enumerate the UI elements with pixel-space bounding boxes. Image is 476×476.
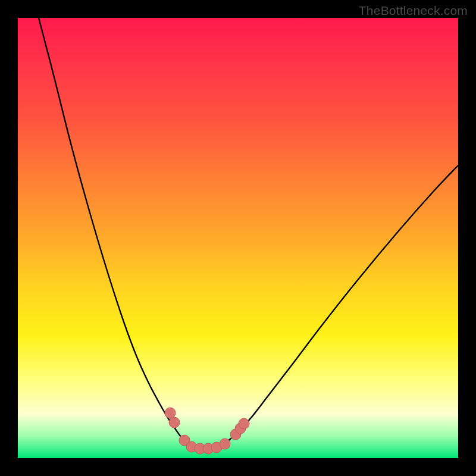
chart-frame: TheBottleneck.com (0, 0, 476, 476)
marker-dot (220, 439, 230, 449)
right-branch-curve (220, 165, 458, 446)
marker-dot (169, 417, 180, 428)
marker-dot (239, 418, 249, 429)
plot-area (18, 18, 458, 458)
chart-svg (18, 18, 458, 458)
watermark-text: TheBottleneck.com (359, 4, 468, 18)
bottom-markers-group (165, 408, 249, 454)
marker-dot (165, 408, 176, 418)
left-branch-curve (39, 18, 190, 446)
